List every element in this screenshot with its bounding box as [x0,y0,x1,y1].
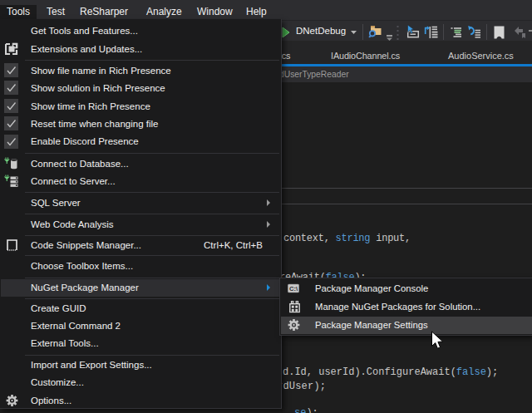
svg-text:C:\: C:\ [289,285,298,293]
